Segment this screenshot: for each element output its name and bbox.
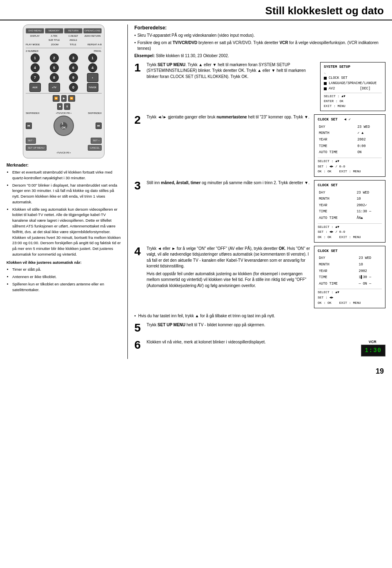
step-3-number: 3 xyxy=(134,180,143,192)
angle-label: ANGLE xyxy=(64,39,82,42)
dvd-menu-btn[interactable]: DVD MENU xyxy=(26,28,44,33)
screen1-select-row: SELECT : ▲▼ ENTER : OK EXIT : MENU xyxy=(324,93,382,109)
screen4-title: CLOCK SET xyxy=(318,248,382,254)
hint-text: Hvis du har tastet inn feil, trykk ▲ for… xyxy=(138,313,275,319)
step-6-number: 6 xyxy=(134,339,143,351)
forberedelse-bullet-2: Forsikre deg om at TV/VCR/DVD bryteren e… xyxy=(134,40,385,52)
memory-btn[interactable]: MEMORY xyxy=(45,28,63,33)
pause-btn[interactable]: ⏸ xyxy=(64,103,70,110)
step-3: 3 Still inn måned, årstall, timer og min… xyxy=(134,180,385,243)
page-footer: 19 xyxy=(0,363,392,380)
title-label: TITLE xyxy=(69,43,76,46)
num-4-btn[interactable]: 4 xyxy=(31,63,40,72)
screen4-row-month: MONTH 10 xyxy=(318,262,381,268)
eksempel-line: Eksempel: Stille klokken til 11:30, 23 O… xyxy=(134,53,385,59)
screen1-item-language: LANGUAGE/SPRACHE/LANGUE xyxy=(324,81,382,86)
step-4-sub-text: Hvis det oppstår feil under automatisk j… xyxy=(147,271,311,289)
aux-btn[interactable]: AUX xyxy=(29,83,41,92)
screen3-table: DAY 23 WED MONTH 10 YEAR xyxy=(318,189,382,222)
num-6-btn[interactable]: 6 xyxy=(69,63,78,72)
return-btn[interactable]: RETURN xyxy=(64,28,82,33)
tvvcr-pr-label: •TV/VCR PR • xyxy=(56,111,71,115)
screen1-item-clockset: CLOCK SET xyxy=(324,76,382,81)
zero-return-label: ZERO RETURN xyxy=(83,35,102,38)
step-3-text: Still inn måned, årstall, timer og minut… xyxy=(147,180,311,186)
step-5: 5 Trykk SET UP MENU helt til TV - bildet… xyxy=(134,322,385,334)
num-1-btn[interactable]: 1 xyxy=(31,53,40,62)
screen4-row-day: DAY 23 WED xyxy=(318,256,381,261)
screen3-row-month: MONTH 10 xyxy=(318,196,381,202)
merknader-item-3: Klokken vil stille seg automatisk kun de… xyxy=(12,207,121,257)
setup-menu-btn[interactable]: SET UP MENU xyxy=(26,145,47,151)
num-7-btn[interactable]: 7 xyxy=(31,73,40,82)
skip-right-btn[interactable]: ⏭ xyxy=(96,123,102,129)
tv-btn[interactable]: +TV xyxy=(49,83,60,92)
open-close-btn[interactable]: OPEN/CLOSE xyxy=(83,28,102,33)
screen4-select: SELECT : ▲▼ SET : ◄► OK : OK EXIT : MENU xyxy=(318,289,382,305)
screen4-row-autotime: AUTO TIME — ON — xyxy=(318,281,381,287)
screen3-title: CLOCK SET xyxy=(318,183,382,188)
screen-3: CLOCK SET DAY 23 WED MONTH 10 xyxy=(314,180,385,243)
num-3-btn[interactable]: 3 xyxy=(69,53,78,62)
merknader-extra-3: Spilleren kun er tilkoblet en utendørs a… xyxy=(12,281,121,293)
skip-index-left-label: SKIP/INDEX xyxy=(26,111,40,115)
screen1-title: SYSTEM SETUP xyxy=(324,65,382,70)
screen2-title: CLOCK SET ◄ ✓ xyxy=(318,117,382,123)
display-label: DISPLAY xyxy=(26,35,44,38)
merknader-extra-2: Antennen er ikke tilkoblet. xyxy=(12,274,121,280)
screen-2: CLOCK SET ◄ ✓ DAY 23 WED MONTH ✓ ▲ xyxy=(314,114,385,177)
page-title: Still klokkeslett og dato xyxy=(8,3,384,18)
skip-index-right-label: SKIP/INDEX xyxy=(88,111,102,115)
set-plus-btn[interactable]: SET + xyxy=(91,138,102,143)
a-trk-label: A.TRK xyxy=(45,35,63,38)
num-0-btn[interactable]: 0 xyxy=(69,83,78,92)
skip-left-btn[interactable]: ⏮ xyxy=(26,123,32,129)
screen3-row-day: DAY 23 WED xyxy=(318,190,381,196)
screen1-item-av2: AV2 [DEC] xyxy=(324,86,382,91)
step-4-left: Trykk ◄ eller ► for å velge "ON" eller "… xyxy=(147,246,311,289)
plus-btn[interactable]: + xyxy=(87,73,98,82)
tvvcr-btn[interactable]: TV/VCR xyxy=(87,83,98,92)
step-2-text: Trykk ◄/► gjentatte ganger eller bruk nu… xyxy=(147,114,311,120)
screen2-select: SELECT : ▲▼ SET : ◄► / 0–9 OK : OK EXIT … xyxy=(318,158,382,174)
screen2-table: DAY 23 WED MONTH ✓ ▲ YEAR xyxy=(318,124,382,156)
vcr-display-container: VCR 1:30 xyxy=(361,339,385,356)
step-2-number: 2 xyxy=(134,114,143,126)
screen4-row-time: TIME 1▌30 — xyxy=(318,275,381,281)
main-container: DVD MENU MEMORY RETURN OPEN/CLOSE DISPLA… xyxy=(0,20,392,363)
step-1-content: Trykk SET UP MENU. Trykk ▲ eller ▼ helt … xyxy=(147,62,385,111)
num-9-btn[interactable]: 9 xyxy=(69,73,78,82)
selected-indicator xyxy=(324,77,327,80)
nav-circle: 3OK xyxy=(53,116,74,136)
step-2: 2 Trykk ◄/► gjentatte ganger eller bruk … xyxy=(134,114,385,177)
screen4-table: DAY 23 WED MONTH 10 YEAR xyxy=(318,255,382,287)
hint-bullet: • xyxy=(134,313,136,319)
page-number: 19 xyxy=(376,366,384,376)
prog-4-btn[interactable]: 4 xyxy=(88,63,97,72)
steps-container: 1 Trykk SET UP MENU. Trykk ▲ eller ▼ hel… xyxy=(134,62,385,359)
column-divider xyxy=(127,25,128,359)
step-5-number: 5 xyxy=(134,322,143,334)
stop-btn[interactable]: ■ xyxy=(57,103,62,110)
screen2-row-month: MONTH ✓ ▲ xyxy=(318,131,381,136)
ok-center-btn[interactable]: 3OK xyxy=(60,122,67,129)
prog-1-btn[interactable]: 1 xyxy=(88,53,97,62)
screen2-row-autotime: AUTO TIME ON xyxy=(318,150,381,156)
screen3-row-autotime: AUTO TIME ÅN▲ xyxy=(318,216,381,221)
rewind-btn[interactable]: ⏪ xyxy=(53,95,60,102)
screen3-row-year: YEAR 2002✓ xyxy=(318,203,381,209)
play-btn[interactable]: ▶ xyxy=(61,95,67,102)
screen3-row-time: TIME 11:30 — xyxy=(318,209,381,215)
vcr-display: 1:30 xyxy=(361,345,385,356)
num-8-btn[interactable]: 8 xyxy=(50,73,59,82)
screen1-arrow: ↘ xyxy=(324,71,382,76)
step-1-number: 1 xyxy=(134,62,143,74)
screen-4: CLOCK SET DAY 23 WED MONTH 10 xyxy=(314,246,385,308)
num-5-btn[interactable]: 5 xyxy=(50,63,59,72)
fast-forward-btn[interactable]: ⏩ xyxy=(68,95,75,102)
set-minus-btn[interactable]: SET - xyxy=(26,138,36,143)
step-4-main-text: Trykk ◄ eller ► for å velge "ON" eller "… xyxy=(147,246,311,270)
num-2-btn[interactable]: 2 xyxy=(50,53,59,62)
cancel-btn[interactable]: CANCEL xyxy=(88,145,102,151)
step-1-text: Trykk SET UP MENU. Trykk ▲ eller ▼ helt … xyxy=(147,62,317,80)
